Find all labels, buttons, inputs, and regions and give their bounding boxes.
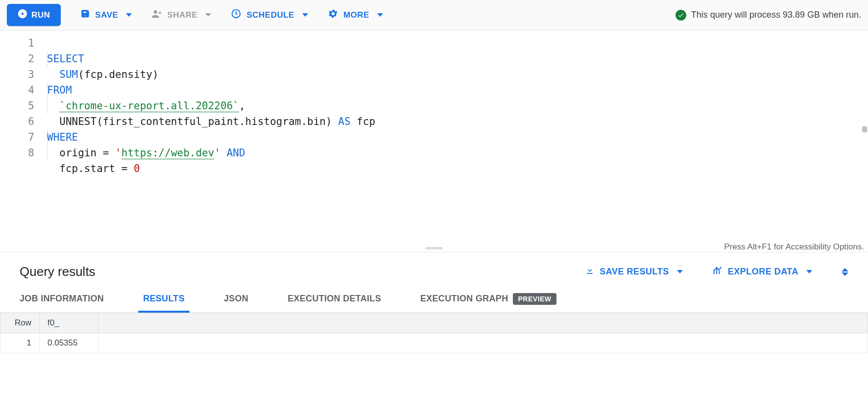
save-results-button[interactable]: SAVE RESULTS (585, 266, 682, 278)
preview-badge: PREVIEW (513, 293, 556, 305)
tab-execution-details[interactable]: EXECUTION DETAILS (288, 285, 381, 313)
tab-results[interactable]: RESULTS (143, 285, 185, 313)
tab-execution-graph[interactable]: EXECUTION GRAPH PREVIEW (420, 285, 556, 313)
results-tabs: JOB INFORMATION RESULTS JSON EXECUTION D… (0, 285, 868, 313)
expand-collapse-button[interactable] (842, 268, 848, 276)
results-header: Query results SAVE RESULTS EXPLORE DATA (0, 252, 868, 285)
grip-icon (425, 247, 443, 249)
results-title: Query results (20, 264, 96, 279)
query-toolbar: RUN SAVE SHARE SCHEDULE MORE This qu (0, 0, 868, 30)
line-gutter: 1 2 3 4 5 6 7 8 (0, 30, 43, 244)
table-row[interactable]: 1 0.05355 (0, 333, 868, 353)
chevron-down-icon (377, 13, 383, 17)
chevron-down-icon (126, 13, 132, 17)
cell-row-index: 1 (0, 333, 40, 353)
cell-f0: 0.05355 (40, 333, 98, 353)
panel-resize-handle[interactable]: Press Alt+F1 for Accessibility Options. (0, 244, 868, 252)
query-status: This query will process 93.89 GB when ru… (675, 10, 861, 21)
save-button[interactable]: SAVE (80, 9, 132, 21)
scrollbar-thumb[interactable] (862, 126, 867, 132)
download-icon (585, 266, 595, 278)
schedule-button[interactable]: SCHEDULE (231, 8, 308, 22)
schedule-label: SCHEDULE (246, 10, 294, 20)
col-f0: f0_ (40, 313, 98, 333)
gear-icon (328, 8, 338, 22)
status-text: This query will process 93.89 GB when ru… (691, 10, 861, 20)
col-empty (98, 313, 868, 333)
accessibility-hint: Press Alt+F1 for Accessibility Options. (724, 242, 864, 252)
chevron-down-icon (842, 272, 848, 276)
share-label: SHARE (167, 10, 197, 20)
svg-point-1 (154, 10, 157, 14)
col-row: Row (0, 313, 40, 333)
chevron-down-icon (677, 270, 683, 273)
tab-execution-graph-label: EXECUTION GRAPH (420, 294, 508, 304)
explore-data-label: EXPLORE DATA (728, 267, 798, 277)
results-table: Row f0_ 1 0.05355 (0, 313, 868, 353)
chevron-down-icon (806, 270, 812, 273)
clock-icon (231, 8, 241, 22)
code-content[interactable]: SELECT SUM(fcp.density) FROM `chrome-ux-… (43, 30, 868, 244)
tab-json[interactable]: JSON (224, 285, 248, 313)
chevron-down-icon (302, 13, 308, 17)
table-header-row: Row f0_ (0, 313, 868, 333)
save-label: SAVE (95, 10, 118, 20)
chevron-down-icon (205, 13, 211, 17)
sql-editor[interactable]: 1 2 3 4 5 6 7 8 SELECT SUM(fcp.density) … (0, 30, 868, 244)
share-button[interactable]: SHARE (151, 8, 211, 22)
run-button-label: RUN (31, 10, 50, 20)
explore-data-button[interactable]: EXPLORE DATA (712, 265, 812, 278)
play-icon (18, 9, 27, 21)
save-icon (80, 9, 90, 21)
chevron-up-icon (842, 268, 848, 272)
more-label: MORE (343, 10, 369, 20)
save-results-label: SAVE RESULTS (600, 267, 669, 277)
check-circle-icon (675, 10, 686, 21)
more-button[interactable]: MORE (328, 8, 383, 22)
chart-icon (712, 265, 723, 278)
tab-job-information[interactable]: JOB INFORMATION (20, 285, 104, 313)
run-button[interactable]: RUN (7, 4, 61, 26)
cell-empty (98, 333, 868, 353)
share-icon (151, 8, 162, 22)
